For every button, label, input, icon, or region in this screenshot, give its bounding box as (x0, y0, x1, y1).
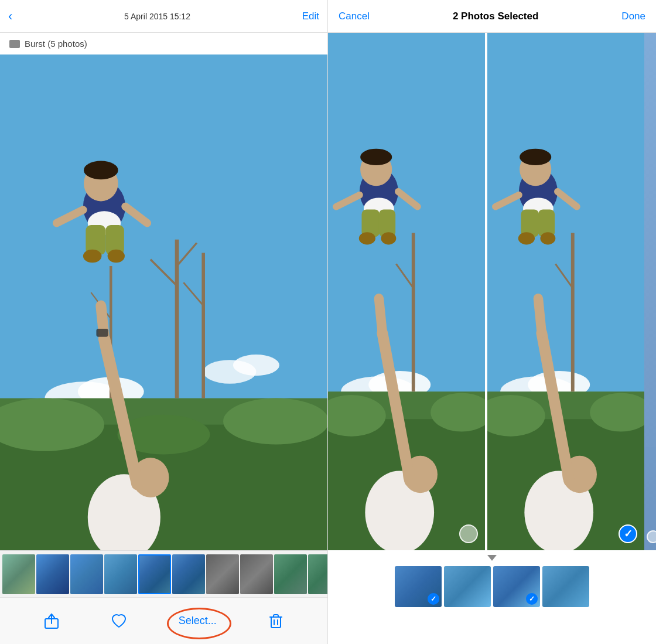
right-thumb-check-icon-3: ✓ (529, 595, 535, 603)
strip-arrow (328, 550, 656, 563)
svg-point-53 (360, 149, 392, 165)
photo-bg-left (0, 54, 327, 550)
photo-date: 5 April 2015 15:12 (124, 12, 190, 21)
right-thumb-3[interactable]: ✓ (493, 566, 540, 607)
right-thumb-check-icon-1: ✓ (430, 595, 436, 603)
thumbnail-1[interactable] (2, 554, 35, 594)
heart-icon (111, 613, 127, 629)
right-thumb-1[interactable]: ✓ (395, 566, 442, 607)
selection-badge-checked-2: ✓ (619, 524, 637, 543)
right-photo-3-partial (644, 33, 656, 550)
photo-svg (0, 54, 327, 550)
svg-point-76 (520, 149, 551, 165)
svg-point-29 (108, 250, 125, 263)
selection-badge-empty-1 (459, 524, 478, 543)
thumbnail-2[interactable] (36, 554, 69, 594)
right-photo-1[interactable] (328, 33, 485, 550)
right-thumbnail-strip: ✓ ✓ (328, 563, 656, 610)
back-button[interactable]: ‹ (8, 9, 12, 24)
right-spacer (328, 610, 656, 644)
thumbnail-6[interactable] (172, 554, 205, 594)
trash-button[interactable] (268, 613, 284, 629)
svg-point-79 (518, 232, 535, 244)
share-icon (43, 613, 60, 629)
svg-point-80 (540, 232, 555, 244)
edit-button[interactable]: Edit (302, 11, 319, 22)
bottom-toolbar: Select... (0, 597, 327, 644)
cancel-button[interactable]: Cancel (339, 11, 370, 22)
right-bottom: ✓ ✓ (328, 550, 656, 644)
thumbnail-5-selected[interactable] (138, 554, 171, 594)
photo-canvas (0, 54, 327, 550)
burst-label: Burst (5 photos) (0, 33, 327, 54)
done-button[interactable]: Done (621, 11, 645, 22)
right-photo-2[interactable]: ✓ (485, 33, 644, 550)
right-main-area: ✓ (328, 33, 656, 550)
svg-point-4 (233, 355, 279, 376)
share-button[interactable] (43, 613, 60, 629)
svg-point-25 (84, 161, 118, 180)
right-thumb-3-check: ✓ (526, 593, 538, 605)
thumbnail-strip[interactable] (0, 550, 327, 597)
thumbnail-10[interactable] (308, 554, 327, 594)
right-thumb-4[interactable] (542, 566, 589, 607)
right-panel: Cancel 2 Photos Selected Done (328, 0, 656, 644)
svg-point-57 (381, 232, 396, 244)
thumbnail-7[interactable] (206, 554, 239, 594)
svg-line-49 (379, 298, 382, 333)
left-header: ‹ 5 April 2015 15:12 Edit (0, 0, 327, 33)
thumbnail-8[interactable] (240, 554, 273, 594)
right-thumb-1-check: ✓ (428, 593, 439, 605)
right-thumb-2[interactable] (444, 566, 491, 607)
right-photo-1-svg (328, 33, 485, 550)
arrow-down-icon (487, 555, 497, 561)
left-panel: ‹ 5 April 2015 15:12 Edit Burst (5 photo… (0, 0, 328, 644)
trash-icon (268, 613, 284, 629)
svg-rect-21 (96, 329, 108, 337)
thumbnail-4[interactable] (104, 554, 137, 594)
select-button[interactable]: Select... (179, 615, 217, 627)
svg-point-28 (83, 250, 102, 263)
burst-icon (9, 40, 20, 48)
checkmark-icon: ✓ (624, 527, 633, 540)
svg-point-56 (359, 232, 375, 244)
svg-rect-34 (271, 617, 281, 628)
main-photo[interactable] (0, 54, 327, 550)
right-header: Cancel 2 Photos Selected Done (328, 0, 656, 33)
select-label[interactable]: Select... (179, 615, 217, 627)
thumbnail-3[interactable] (70, 554, 103, 594)
svg-line-72 (538, 298, 542, 333)
burst-text: Burst (5 photos) (25, 39, 87, 49)
right-photo-2-svg (487, 33, 644, 550)
thumbnail-9[interactable] (274, 554, 307, 594)
heart-button[interactable] (111, 613, 127, 629)
selection-title: 2 Photos Selected (453, 11, 538, 22)
right-photos-container: ✓ (328, 33, 656, 550)
partial-badge (647, 530, 656, 543)
svg-point-15 (223, 398, 327, 445)
